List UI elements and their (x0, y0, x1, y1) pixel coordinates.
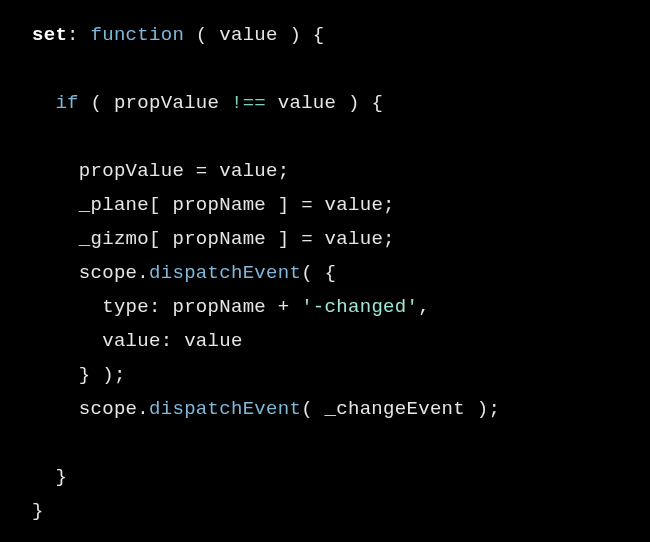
code-token: if (55, 92, 78, 114)
code-token: ; (383, 194, 395, 216)
code-token: } (32, 500, 44, 522)
code-token: ; (383, 228, 395, 250)
code-token: = (196, 160, 208, 182)
code-token: type (102, 296, 149, 318)
code-token: ; (278, 160, 290, 182)
code-token: value (102, 330, 161, 352)
code-token: dispatchEvent (149, 398, 301, 420)
code-token: value (184, 330, 243, 352)
code-block: set: function ( value ) { if ( propValue… (0, 0, 650, 528)
code-token: = (301, 228, 313, 250)
code-token: [ (149, 228, 172, 250)
code-token: propName (172, 296, 266, 318)
code-token: scope (79, 398, 138, 420)
code-token: propName (172, 228, 266, 250)
code-token: , (418, 296, 430, 318)
code-token: } ); (79, 364, 126, 386)
code-token: + (278, 296, 290, 318)
code-token: scope (79, 262, 138, 284)
code-token: ( (184, 24, 219, 46)
code-token: '-changed' (301, 296, 418, 318)
code-token: } (55, 466, 67, 488)
code-token: : (149, 296, 172, 318)
code-token: value (325, 194, 384, 216)
code-token: [ (149, 194, 172, 216)
code-token: value (219, 24, 278, 46)
code-token: ( { (301, 262, 336, 284)
code-token: ] (266, 228, 301, 250)
code-token: dispatchEvent (149, 262, 301, 284)
code-token: value (325, 228, 384, 250)
code-token: propValue (79, 160, 184, 182)
code-token: propValue (114, 92, 219, 114)
code-token: = (301, 194, 313, 216)
code-token: : (67, 24, 90, 46)
code-token: : (161, 330, 184, 352)
code-token: . (137, 398, 149, 420)
code-token: ( (79, 92, 114, 114)
code-token: _gizmo (79, 228, 149, 250)
code-token: ) { (278, 24, 325, 46)
code-token: ) { (336, 92, 383, 114)
code-token: value (278, 92, 337, 114)
code-token: propName (172, 194, 266, 216)
code-token: . (137, 262, 149, 284)
code-token: _changeEvent (325, 398, 465, 420)
code-token: set (32, 24, 67, 46)
code-token: !== (231, 92, 266, 114)
code-token: ( (301, 398, 324, 420)
code-token: function (91, 24, 185, 46)
code-token: ] (266, 194, 301, 216)
code-token: ); (465, 398, 500, 420)
code-token: _plane (79, 194, 149, 216)
code-token: value (219, 160, 278, 182)
